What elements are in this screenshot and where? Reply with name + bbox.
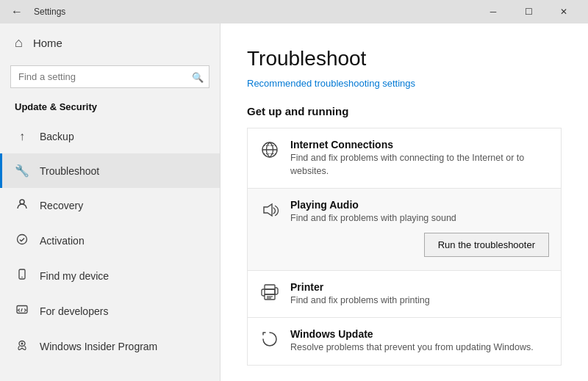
windows-update-desc: Resolve problems that prevent you from u… bbox=[290, 341, 549, 355]
titlebar: ← Settings ─ ☐ ✕ bbox=[0, 0, 588, 23]
troubleshoot-item-internet[interactable]: Internet Connections Find and fix proble… bbox=[247, 128, 562, 188]
windows-update-icon bbox=[259, 330, 280, 353]
sidebar-item-label: Troubleshoot bbox=[40, 165, 99, 177]
svg-marker-7 bbox=[264, 204, 272, 216]
run-troubleshooter-button[interactable]: Run the troubleshooter bbox=[424, 233, 549, 257]
search-input[interactable] bbox=[10, 65, 209, 88]
sidebar-item-label: Backup bbox=[40, 131, 74, 142]
back-button[interactable]: ← bbox=[7, 5, 26, 18]
printer-name: Printer bbox=[290, 281, 549, 293]
section-heading: Get up and running bbox=[247, 105, 562, 117]
sidebar: ⌂ Home 🔍 Update & Security ↑ Backup 🔧 Tr… bbox=[0, 23, 220, 381]
troubleshoot-header-printer: Printer Find and fix problems with print… bbox=[259, 281, 549, 308]
svg-point-0 bbox=[20, 200, 24, 204]
sidebar-item-label: Recovery bbox=[40, 200, 83, 211]
printer-info: Printer Find and fix problems with print… bbox=[290, 281, 549, 308]
close-button[interactable]: ✕ bbox=[547, 0, 581, 23]
sidebar-item-label: Find my device bbox=[40, 270, 109, 282]
home-icon: ⌂ bbox=[15, 35, 23, 51]
windows-update-info: Windows Update Resolve problems that pre… bbox=[290, 328, 549, 355]
sidebar-item-windows-insider[interactable]: Windows Insider Program bbox=[0, 329, 220, 364]
svg-point-3 bbox=[21, 277, 23, 278]
troubleshoot-item-windows-update[interactable]: Windows Update Resolve problems that pre… bbox=[247, 317, 562, 366]
svg-rect-8 bbox=[265, 285, 275, 289]
troubleshoot-icon: 🔧 bbox=[15, 164, 29, 178]
sidebar-search: 🔍 bbox=[10, 65, 209, 88]
svg-point-1 bbox=[18, 235, 27, 244]
developers-icon bbox=[15, 304, 29, 319]
audio-info: Playing Audio Find and fix problems with… bbox=[290, 199, 549, 225]
sidebar-section-title: Update & Security bbox=[0, 97, 220, 120]
search-icon: 🔍 bbox=[192, 71, 204, 82]
sidebar-item-recovery[interactable]: Recovery bbox=[0, 188, 220, 223]
titlebar-title: Settings bbox=[34, 7, 65, 17]
sidebar-item-backup[interactable]: ↑ Backup bbox=[0, 120, 220, 153]
internet-desc: Find and fix problems with connecting to… bbox=[290, 152, 549, 178]
audio-expanded-content: Run the troubleshooter bbox=[259, 225, 549, 260]
troubleshoot-header-windows-update: Windows Update Resolve problems that pre… bbox=[259, 328, 549, 355]
titlebar-controls: ─ ☐ ✕ bbox=[476, 0, 581, 23]
sidebar-item-label: Windows Insider Program bbox=[40, 341, 157, 352]
sidebar-item-troubleshoot[interactable]: 🔧 Troubleshoot bbox=[0, 153, 220, 188]
svg-point-6 bbox=[21, 343, 24, 345]
recommended-link[interactable]: Recommended troubleshooting settings bbox=[247, 78, 415, 89]
page-title: Troubleshoot bbox=[247, 47, 562, 70]
minimize-button[interactable]: ─ bbox=[476, 0, 510, 23]
troubleshoot-header-audio: Playing Audio Find and fix problems with… bbox=[259, 199, 549, 225]
find-device-icon bbox=[15, 269, 29, 283]
main-content: Troubleshoot Recommended troubleshooting… bbox=[220, 23, 588, 381]
troubleshoot-item-printer[interactable]: Printer Find and fix problems with print… bbox=[247, 270, 562, 318]
troubleshoot-header-internet: Internet Connections Find and fix proble… bbox=[259, 139, 549, 178]
activation-icon bbox=[15, 233, 29, 248]
printer-icon bbox=[259, 283, 280, 306]
internet-icon bbox=[259, 140, 280, 164]
sidebar-item-label: For developers bbox=[40, 305, 108, 317]
audio-icon bbox=[259, 200, 280, 224]
windows-update-name: Windows Update bbox=[290, 328, 549, 340]
recovery-icon bbox=[15, 198, 29, 213]
printer-desc: Find and fix problems with printing bbox=[290, 294, 549, 308]
sidebar-item-for-developers[interactable]: For developers bbox=[0, 294, 220, 329]
sidebar-home-label: Home bbox=[33, 37, 62, 49]
audio-desc: Find and fix problems with playing sound bbox=[290, 212, 549, 225]
audio-name: Playing Audio bbox=[290, 199, 549, 211]
internet-name: Internet Connections bbox=[290, 139, 549, 150]
maximize-button[interactable]: ☐ bbox=[512, 0, 545, 23]
sidebar-item-activation[interactable]: Activation bbox=[0, 223, 220, 258]
titlebar-left: ← Settings bbox=[7, 5, 65, 18]
troubleshoot-item-audio[interactable]: Playing Audio Find and fix problems with… bbox=[247, 188, 562, 270]
app-body: ⌂ Home 🔍 Update & Security ↑ Backup 🔧 Tr… bbox=[0, 23, 588, 381]
internet-info: Internet Connections Find and fix proble… bbox=[290, 139, 549, 178]
backup-icon: ↑ bbox=[15, 130, 29, 143]
sidebar-item-label: Activation bbox=[40, 235, 85, 247]
sidebar-item-home[interactable]: ⌂ Home bbox=[0, 23, 220, 62]
sidebar-item-find-device[interactable]: Find my device bbox=[0, 258, 220, 294]
windows-insider-icon bbox=[15, 339, 29, 354]
